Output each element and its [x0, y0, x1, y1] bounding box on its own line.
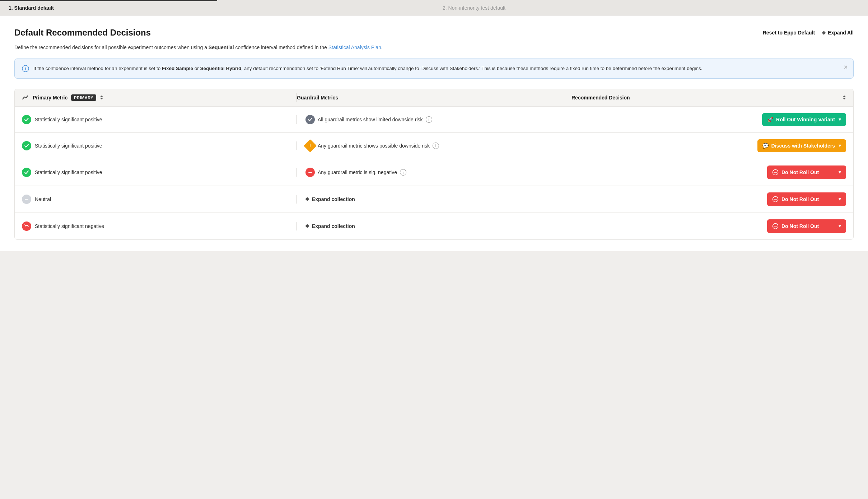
btn-chevron-2: ▾	[839, 143, 841, 148]
primary-metric-text-3: Statistically significant positive	[35, 169, 102, 175]
primary-metric-text-5: Statistically significant negative	[35, 223, 104, 229]
do-not-label-4: Do Not Roll Out	[781, 196, 819, 202]
primary-metric-text-2: Statistically significant positive	[35, 143, 102, 149]
primary-metric-text-1: Statistically significant positive	[35, 117, 102, 122]
desc-text-after: .	[381, 45, 383, 50]
guardrail-info-icon-1[interactable]: i	[426, 116, 432, 123]
expand-collection-4[interactable]: Expand collection	[305, 196, 355, 202]
primary-badge: PRIMARY	[71, 94, 96, 101]
table-row: Statistically significant positive All g…	[15, 107, 853, 133]
guardrail-cell-1: All guardrail metrics show limited downs…	[297, 115, 571, 124]
decision-cell-1: 🚀 Roll Out Winning Variant ▾	[571, 113, 846, 126]
table-row: Statistically significant positive Any g…	[15, 133, 853, 159]
status-positive-icon-3	[22, 168, 31, 177]
do-not-button-5[interactable]: Do Not Roll Out ▾	[767, 219, 846, 233]
metric-cell-4: Neutral	[22, 195, 297, 204]
btn-chevron-3: ▾	[839, 169, 841, 175]
col-primary-metric: Primary Metric PRIMARY	[22, 94, 297, 101]
guardrail-negative-icon-3	[305, 168, 315, 177]
discuss-icon: 💬	[762, 143, 769, 149]
decision-cell-5: Do Not Roll Out ▾	[571, 219, 846, 233]
desc-text-before: Define the recommended decisions for all…	[14, 45, 209, 50]
primary-metric-text-4: Neutral	[35, 196, 51, 202]
recommended-sort-icon[interactable]	[843, 95, 846, 99]
page-wrapper: 1. Standard default 2. Non-inferiority t…	[0, 0, 868, 499]
guardrail-warning-icon-2	[304, 139, 317, 153]
guardrail-text-2: Any guardrail metric shows possible down…	[318, 143, 430, 149]
guardrail-info-icon-2[interactable]: i	[433, 143, 439, 149]
expand-all-label: Expand All	[828, 30, 854, 36]
discuss-label-2: Discuss with Stakeholders	[771, 143, 835, 149]
guardrail-cell-5: Expand collection	[297, 223, 571, 229]
roll-out-label-1: Roll Out Winning Variant	[776, 117, 835, 122]
status-neutral-icon-4	[22, 195, 31, 204]
metric-cell-1: Statistically significant positive	[22, 115, 297, 124]
statistical-analysis-plan-link[interactable]: Statistical Analysis Plan	[328, 45, 381, 50]
do-not-button-4[interactable]: Do Not Roll Out ▾	[767, 192, 846, 206]
roll-out-button-1[interactable]: 🚀 Roll Out Winning Variant ▾	[762, 113, 846, 126]
expand-collection-text-5: Expand collection	[312, 223, 355, 229]
table-row: Neutral Expand collection	[15, 186, 853, 213]
decision-cell-2: 💬 Discuss with Stakeholders ▾	[571, 139, 846, 152]
expand-collection-text-4: Expand collection	[312, 196, 355, 202]
guardrail-check-icon-1	[305, 115, 315, 124]
tab-non-inferiority[interactable]: 2. Non-inferiority test default	[434, 0, 868, 16]
tab-non-inferiority-label: 2. Non-inferiority test default	[443, 5, 505, 11]
col-recommended-decision: Recommended Decision	[571, 95, 846, 101]
do-not-icon-4	[772, 196, 779, 202]
do-not-label-5: Do Not Roll Out	[781, 223, 819, 229]
guardrail-cell-3: Any guardrail metric is sig. negative i	[297, 168, 571, 177]
discuss-button-2[interactable]: 💬 Discuss with Stakeholders ▾	[757, 139, 846, 152]
col-guardrail-metrics: Guardrail Metrics	[297, 95, 571, 101]
rocket-icon: 🚀	[767, 117, 773, 122]
guardrail-cell-4: Expand collection	[297, 196, 571, 202]
btn-chevron-4: ▾	[839, 196, 841, 202]
do-not-icon-3	[772, 169, 779, 176]
table-row: Statistically significant positive Any g…	[15, 159, 853, 186]
desc-bold-sequential: Sequential	[209, 45, 234, 50]
guardrail-text-1: All guardrail metrics show limited downs…	[318, 117, 423, 122]
info-banner: If the confidence interval method for an…	[14, 59, 854, 79]
header-row: Default Recommended Decisions Reset to E…	[14, 28, 854, 38]
status-negative-icon-5	[22, 221, 31, 231]
decision-cell-4: Do Not Roll Out ▾	[571, 192, 846, 206]
expand-all-button[interactable]: Expand All	[822, 30, 854, 36]
metric-cell-2: Statistically significant positive	[22, 141, 297, 150]
expand-collection-icon-5	[305, 224, 309, 228]
progress-tabs: 1. Standard default 2. Non-inferiority t…	[0, 0, 868, 16]
table-row: Statistically significant negative Expan…	[15, 213, 853, 239]
tab-standard-default[interactable]: 1. Standard default	[0, 0, 434, 16]
expand-collection-5[interactable]: Expand collection	[305, 223, 355, 229]
expand-all-icon	[822, 31, 826, 35]
description: Define the recommended decisions for all…	[14, 43, 854, 51]
info-banner-text: If the confidence interval method for an…	[33, 65, 846, 73]
info-banner-close-button[interactable]: ×	[844, 64, 848, 70]
status-positive-icon-2	[22, 141, 31, 150]
header-actions: Reset to Eppo Default Expand All	[763, 30, 854, 36]
page-title: Default Recommended Decisions	[14, 28, 151, 38]
guardrail-info-icon-3[interactable]: i	[400, 169, 406, 176]
decisions-table: Primary Metric PRIMARY Guardrail Metrics…	[14, 89, 854, 240]
guardrail-text-3: Any guardrail metric is sig. negative	[318, 169, 397, 175]
guardrail-metrics-col-label: Guardrail Metrics	[297, 95, 338, 101]
svg-point-1	[25, 67, 26, 68]
recommended-decision-col-label: Recommended Decision	[571, 95, 630, 101]
do-not-label-3: Do Not Roll Out	[781, 169, 819, 175]
btn-chevron-1: ▾	[839, 117, 841, 122]
tab-standard-default-label: 1. Standard default	[9, 5, 54, 11]
main-content: Default Recommended Decisions Reset to E…	[0, 16, 868, 251]
guardrail-cell-2: Any guardrail metric shows possible down…	[297, 141, 571, 150]
decision-cell-3: Do Not Roll Out ▾	[571, 165, 846, 179]
status-positive-icon-1	[22, 115, 31, 124]
trend-up-icon	[22, 94, 29, 101]
do-not-button-3[interactable]: Do Not Roll Out ▾	[767, 165, 846, 179]
primary-metric-col-label: Primary Metric	[33, 95, 67, 101]
btn-chevron-5: ▾	[839, 223, 841, 229]
do-not-icon-5	[772, 223, 779, 229]
metric-cell-5: Statistically significant negative	[22, 221, 297, 231]
metric-cell-3: Statistically significant positive	[22, 168, 297, 177]
primary-metric-sort-icon[interactable]	[100, 95, 103, 99]
info-banner-icon	[22, 65, 29, 72]
desc-text-middle: confidence interval method defined in th…	[234, 45, 328, 50]
reset-button[interactable]: Reset to Eppo Default	[763, 30, 815, 36]
